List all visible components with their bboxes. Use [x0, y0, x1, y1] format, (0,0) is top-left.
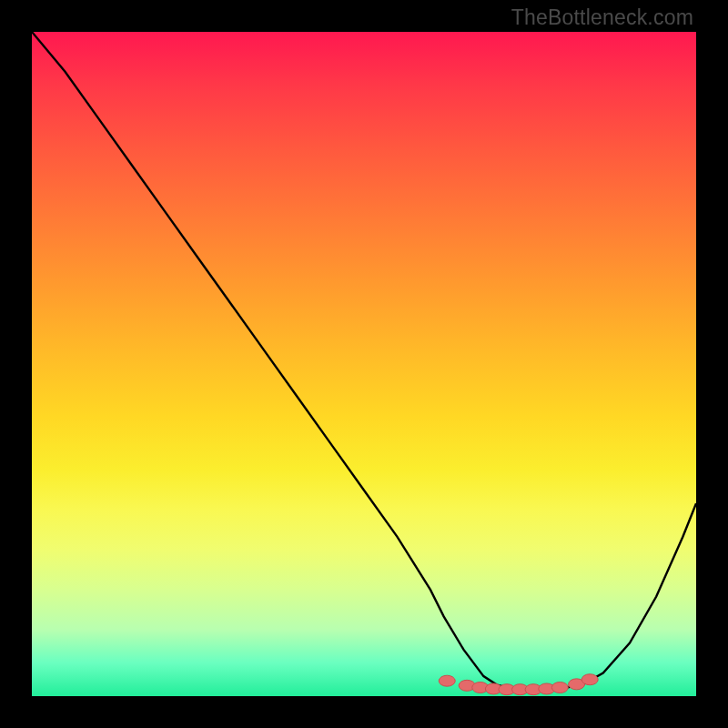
plot-area: [32, 32, 696, 696]
chart-container: TheBottleneck.com: [0, 0, 728, 728]
watermark-text: TheBottleneck.com: [511, 5, 693, 30]
marker-dots: [439, 674, 598, 695]
marker-dot: [581, 674, 598, 685]
marker-dot: [551, 682, 568, 693]
bottleneck-curve: [32, 32, 696, 690]
marker-dot: [439, 675, 455, 686]
chart-svg: [32, 32, 696, 696]
